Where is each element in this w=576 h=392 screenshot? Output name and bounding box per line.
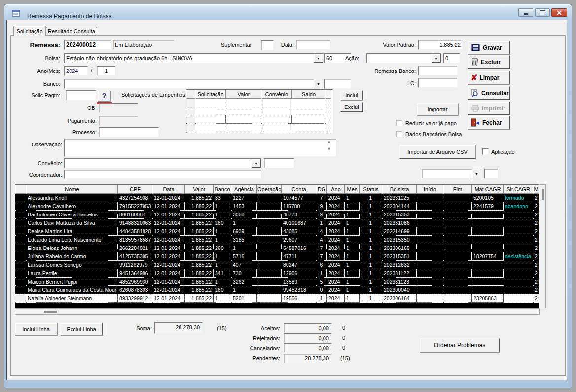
table-row[interactable]: Maicon Bernert Puppi485296993012-01-2024… — [15, 278, 539, 286]
row-header-cell[interactable] — [15, 219, 26, 227]
grid-col-header[interactable]: Conta — [282, 185, 316, 194]
consultar-button[interactable]: Consultar — [468, 86, 510, 100]
table-row[interactable]: Natalia Abineder Steinmann893329991212-0… — [15, 294, 539, 303]
row-header-cell[interactable] — [15, 252, 26, 261]
empenhos-col-header[interactable]: Saldo — [292, 90, 325, 99]
row-header-cell[interactable] — [15, 227, 26, 236]
table-row[interactable]: Juliana Rabelo do Carmo412573539512-01-2… — [15, 252, 539, 261]
limpar-button[interactable]: ✘ Limpar — [468, 71, 510, 84]
inclui-linha-button[interactable]: Inclui Linha — [15, 323, 57, 335]
fechar-button[interactable]: ◄ Fechar — [468, 116, 510, 129]
row-header-cell[interactable] — [15, 294, 26, 303]
grid-col-header[interactable]: Bolsista — [382, 185, 417, 194]
convenio-select[interactable]: ▼ — [64, 158, 261, 168]
valor-padrao-field[interactable]: 1.885,22 — [418, 40, 463, 50]
table-vertical-scrollbar[interactable] — [540, 184, 546, 308]
table-row[interactable]: Bartholomeo Oliveira Barcelos86016008412… — [15, 211, 539, 219]
horizontal-scroll-thumb[interactable] — [44, 311, 57, 313]
excluir-button[interactable]: Excluir — [468, 55, 510, 69]
suplementar-field[interactable] — [261, 40, 274, 50]
lc-field[interactable] — [418, 78, 458, 88]
grid-col-header[interactable]: Ano — [327, 185, 345, 194]
grid-col-header[interactable]: DG — [316, 185, 327, 194]
ordenar-problemas-button[interactable]: Ordenar Problemas — [420, 338, 500, 352]
table-row[interactable]: Larissa Gomes Sonego991126297912-01-2024… — [15, 261, 539, 269]
data-field[interactable] — [296, 40, 330, 50]
convenio-code-field[interactable] — [264, 158, 294, 168]
empenhos-col-header[interactable]: Solicitação — [195, 90, 226, 99]
row-header-cell[interactable] — [15, 236, 26, 244]
grid-col-header[interactable]: Data — [152, 185, 185, 194]
row-header-cell[interactable] — [15, 286, 26, 294]
remessa-banco-field[interactable] — [418, 66, 458, 75]
banco-code-field[interactable] — [324, 79, 351, 89]
reduzir-valor-checkbox[interactable] — [396, 120, 402, 126]
importar-csv-button[interactable]: Importar de Arquivo CSV — [399, 145, 475, 159]
grid-col-header[interactable]: Mes — [345, 185, 360, 194]
maximize-button[interactable] — [535, 8, 550, 17]
inclui-button[interactable]: Inclui — [340, 90, 363, 100]
empenhos-empty-row[interactable] — [186, 107, 332, 115]
row-header-cell[interactable] — [15, 244, 26, 252]
tab-solicitacao[interactable]: Solicitação — [13, 26, 46, 36]
row-header-cell[interactable] — [15, 278, 26, 286]
row-header-cell[interactable] — [15, 211, 26, 219]
help-button[interactable]: ? — [98, 90, 110, 101]
importar-button[interactable]: Importar — [417, 103, 458, 115]
exclui-linha-button[interactable]: Exclui Linha — [60, 323, 103, 335]
empenhos-empty-row[interactable] — [186, 124, 332, 132]
mes-field[interactable]: 1 — [97, 66, 115, 76]
grid-col-header[interactable]: M — [533, 185, 539, 194]
grid-col-header[interactable]: Operação — [257, 185, 282, 194]
grid-col-header[interactable]: Mat.CAGR — [472, 185, 504, 194]
extra-select[interactable]: ▼ — [422, 169, 482, 178]
grid-col-header[interactable]: Banco — [214, 185, 231, 194]
solic-pagto-field[interactable] — [66, 90, 96, 101]
titlebar[interactable]: Remessa Pagamento de Bolsas — [4, 4, 572, 20]
empenhos-empty-row[interactable] — [186, 99, 332, 107]
row-header-cell[interactable] — [15, 261, 26, 269]
vertical-scroll-thumb[interactable] — [542, 189, 544, 200]
grid-col-header[interactable]: Nome — [26, 185, 118, 194]
grid-col-header[interactable]: Início — [417, 185, 443, 194]
acao-code-field[interactable]: 0 — [443, 53, 460, 63]
grid-col-header[interactable]: Sit.CAGR — [504, 185, 533, 194]
minimize-button[interactable] — [518, 8, 533, 17]
empenhos-table[interactable]: SolicitaçãoValorConvênioSaldo — [186, 89, 333, 133]
observacao-field[interactable] — [64, 139, 336, 157]
chevron-down-icon[interactable]: ▼ — [314, 54, 323, 63]
grid-col-header[interactable]: Agência — [231, 185, 257, 194]
table-row[interactable]: Eloisa Deloss Johann266228402112-01-2024… — [15, 244, 539, 252]
ano-field[interactable]: 2024 — [64, 66, 88, 76]
empenhos-empty-row[interactable] — [186, 115, 332, 124]
table-row[interactable]: Alexandre Cavalhero7915522795312-01-2024… — [15, 202, 539, 211]
empenhos-col-header[interactable]: Convênio — [261, 90, 292, 99]
table-row[interactable]: Alessandra Knoll432725490812-01-20241.88… — [15, 194, 539, 202]
table-row[interactable]: Carlos Davi Mattuzzi da Silva91488320063… — [15, 219, 539, 227]
processo-field[interactable] — [99, 127, 159, 137]
bolsistas-table[interactable]: NomeCPFDataValorBancoAgênciaOperaçãoCont… — [15, 184, 540, 308]
empenhos-col-header[interactable]: Valor — [226, 90, 261, 99]
bolsa-select[interactable]: Estágio não-obrigatório pós-graduação 6h… — [64, 53, 324, 63]
extra-code-field[interactable] — [484, 169, 498, 178]
chevron-down-icon[interactable]: ▼ — [252, 159, 261, 168]
scroll-up-icon[interactable]: ▲ — [327, 140, 331, 143]
remessa-number-field[interactable]: 202400012 — [64, 40, 111, 50]
row-header-cell[interactable] — [15, 269, 26, 278]
grid-col-header[interactable]: CPF — [118, 185, 152, 194]
grid-col-header[interactable]: Status — [360, 185, 382, 194]
grid-col-header[interactable]: Valor — [185, 185, 214, 194]
gravar-button[interactable]: Gravar — [468, 41, 510, 54]
dados-bancarios-checkbox[interactable] — [396, 131, 402, 137]
close-button[interactable] — [551, 8, 567, 17]
grid-col-header[interactable]: Fim — [443, 185, 472, 194]
chevron-down-icon[interactable]: ▼ — [432, 54, 441, 63]
acao-select[interactable]: ▼ — [366, 53, 441, 63]
scroll-down-icon[interactable]: ▼ — [327, 147, 331, 151]
table-row[interactable]: Laura Pertile945136498612-01-20241.885,2… — [15, 269, 539, 278]
banco-select[interactable]: ▼ — [64, 79, 324, 89]
imprimir-button[interactable]: Imprimir — [468, 102, 510, 115]
exclui-button[interactable]: Exclui — [340, 102, 363, 112]
table-row[interactable]: Maria Clara Guimaraes da Costa Moura6260… — [15, 286, 539, 294]
tab-resultado-consulta[interactable]: Resultado Consulta — [46, 27, 97, 35]
